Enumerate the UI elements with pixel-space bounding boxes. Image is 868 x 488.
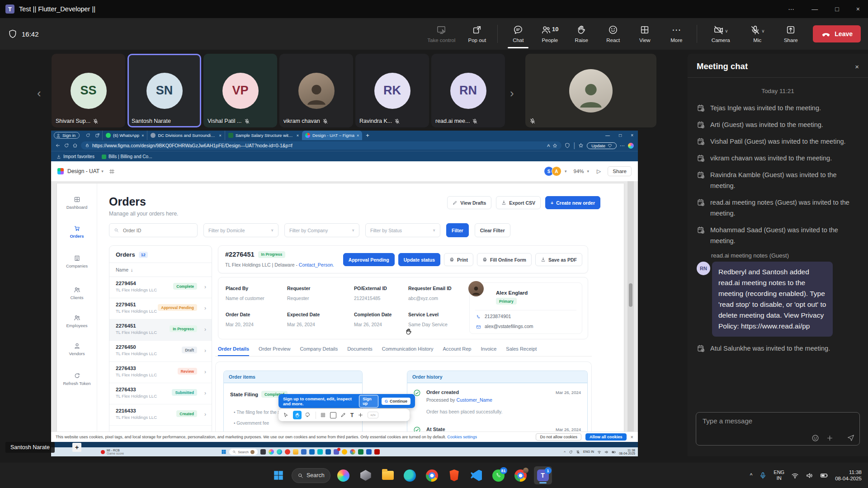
store-icon[interactable] — [317, 449, 323, 455]
google-continue-button[interactable]: G Continue — [382, 398, 410, 405]
deny-cookies-button[interactable]: Do not allow cookies — [536, 433, 581, 441]
cookie-close-icon[interactable]: × — [631, 434, 633, 440]
tab-close-icon[interactable]: × — [297, 133, 299, 138]
chrome-button[interactable] — [423, 466, 441, 484]
tab-communication-history[interactable]: Communication History — [382, 346, 434, 356]
more-button[interactable]: ⋯ More — [660, 25, 692, 43]
file-explorer-button[interactable] — [379, 466, 397, 484]
order-row[interactable]: 2276450 TL Flex Holdings LLC Draft › — [109, 341, 212, 362]
sidebar-item-dashboard[interactable]: Dashboard — [57, 196, 97, 210]
customer-name-link[interactable]: Customer_Name — [457, 397, 492, 403]
todo-icon[interactable] — [342, 449, 347, 455]
save-as-pdf-button[interactable]: Save as PDF — [535, 253, 582, 266]
task-view-icon[interactable] — [260, 449, 266, 455]
pop-out-button[interactable]: Pop out — [461, 25, 493, 43]
onedrive-icon[interactable] — [569, 450, 573, 454]
send-icon[interactable] — [847, 434, 855, 442]
actions-tool-icon[interactable] — [358, 412, 363, 418]
chat-close-icon[interactable]: × — [855, 63, 859, 70]
overlay-plus-button[interactable]: + — [72, 443, 81, 452]
tab-sales-receipt[interactable]: Sales Receipt — [506, 346, 537, 356]
browser-essentials-icon[interactable] — [565, 143, 570, 148]
zoom-caret-icon[interactable]: ▾ — [587, 169, 590, 174]
dev-mode-toggle-icon[interactable]: </> — [368, 412, 378, 418]
print-button[interactable]: Print — [444, 253, 473, 266]
vertical-tabs-icon[interactable] — [95, 133, 100, 138]
edge-icon[interactable] — [277, 449, 282, 455]
mic-muted-icon[interactable] — [576, 450, 580, 454]
people-button[interactable]: 10 People — [534, 25, 566, 43]
layout-grid-icon[interactable] — [109, 169, 115, 174]
sign-up-button[interactable]: Sign up — [359, 395, 378, 408]
view-button[interactable]: View — [629, 25, 660, 43]
tab-order-preview[interactable]: Order Preview — [259, 346, 290, 356]
order-row-selected[interactable]: 2276451 TL Flex Holdings LLC In Progress… — [109, 319, 212, 341]
browser-tab[interactable]: DC Divisions and Surroundings × — [147, 131, 224, 140]
figma-file-name[interactable]: Design - UAT — [67, 168, 99, 174]
battery-icon[interactable] — [612, 450, 616, 454]
wifi-icon[interactable] — [597, 450, 601, 454]
emoji-icon[interactable] — [811, 434, 819, 442]
battery-icon[interactable] — [820, 471, 828, 479]
chat-message-input[interactable] — [702, 417, 854, 425]
order-id-search[interactable] — [109, 223, 198, 237]
browser-maximize-icon[interactable]: □ — [619, 133, 622, 138]
export-csv-button[interactable]: Export CSV — [496, 196, 541, 209]
language-indicator[interactable]: ENGIN — [774, 469, 784, 481]
browser-close-icon[interactable]: × — [631, 133, 633, 138]
mic-in-use-icon[interactable] — [759, 472, 767, 479]
allow-cookies-button[interactable]: Allow all cookies — [585, 433, 627, 441]
language-indicator[interactable]: ENG IN — [583, 450, 594, 454]
read-aloud-icon[interactable]: A — [547, 143, 550, 148]
widgets-score[interactable]: MI - RCBGame score — [101, 449, 124, 455]
inner-search-pill[interactable]: Search — [229, 449, 258, 455]
calculator-icon[interactable] — [301, 449, 307, 455]
volume-icon[interactable] — [806, 472, 813, 479]
photos-icon[interactable] — [350, 449, 355, 455]
window-maximize-icon[interactable]: □ — [835, 5, 839, 13]
shape-tool-icon[interactable] — [330, 412, 336, 418]
bookmark-star-icon[interactable] — [552, 143, 557, 148]
window-close-icon[interactable]: × — [856, 5, 860, 13]
browser-sign-in-button[interactable]: Sign in — [54, 132, 80, 139]
participant-tile[interactable]: RK Ravindra K... — [355, 54, 429, 127]
copilot-button[interactable] — [335, 466, 353, 484]
filter-company-select[interactable]: Filter by Company ∨ — [284, 223, 359, 237]
order-row[interactable]: 2279451 TL Flex Holdings LLC Approval Pe… — [109, 298, 212, 319]
sidebar-item-refresh-token[interactable]: Refresh Token — [57, 372, 97, 386]
sidebar-item-employees[interactable]: Employees — [57, 314, 97, 328]
filter-apply-button[interactable]: Filter — [446, 223, 469, 237]
browser-minimize-icon[interactable]: — — [605, 133, 610, 138]
contact-email[interactable]: alex@vstatefilings.com — [485, 324, 533, 329]
acrobat-icon[interactable] — [374, 449, 380, 455]
opera-icon[interactable] — [285, 449, 290, 455]
tray-chevron-icon[interactable]: ^ — [750, 472, 753, 479]
canvas-scrollbar[interactable] — [627, 181, 634, 432]
name-column-header[interactable]: Name ↓ — [109, 263, 212, 277]
favorite-item[interactable]: Import favorites — [57, 154, 94, 159]
excel-icon[interactable] — [358, 449, 363, 455]
refresh-icon[interactable] — [64, 143, 69, 148]
copilot-icon[interactable] — [628, 143, 634, 149]
brave-button[interactable] — [445, 466, 463, 484]
tab-invoice[interactable]: Invoice — [481, 346, 496, 356]
chat-button[interactable]: Chat — [502, 25, 534, 43]
figma-share-button[interactable]: Share — [608, 166, 632, 176]
order-id-input[interactable] — [122, 227, 183, 234]
new-tab-button[interactable]: + — [366, 132, 369, 139]
raise-hand-button[interactable]: Raise — [566, 25, 597, 43]
move-tool-icon[interactable] — [283, 412, 289, 418]
taskbar-search[interactable]: Search — [292, 468, 330, 483]
participant-tile-wide[interactable] — [525, 54, 656, 127]
browser-tab-active[interactable]: Design - UAT – Figma × — [302, 131, 362, 140]
zoom-level[interactable]: 94% — [574, 169, 584, 174]
sidebar-item-companies[interactable]: Companies — [57, 255, 97, 268]
file-menu-caret-icon[interactable]: ▾ — [101, 169, 104, 174]
tray-chevron-icon[interactable]: ^ — [564, 450, 566, 454]
hand-tool-icon[interactable] — [293, 411, 302, 419]
word-icon[interactable] — [366, 449, 372, 455]
volume-icon[interactable] — [604, 450, 609, 454]
browser-tab[interactable]: Sample Salary Structure with calc × — [225, 131, 302, 140]
filmstrip-right-chevron-icon[interactable]: › — [510, 86, 514, 100]
filmstrip-left-chevron-icon[interactable]: ‹ — [37, 86, 41, 100]
